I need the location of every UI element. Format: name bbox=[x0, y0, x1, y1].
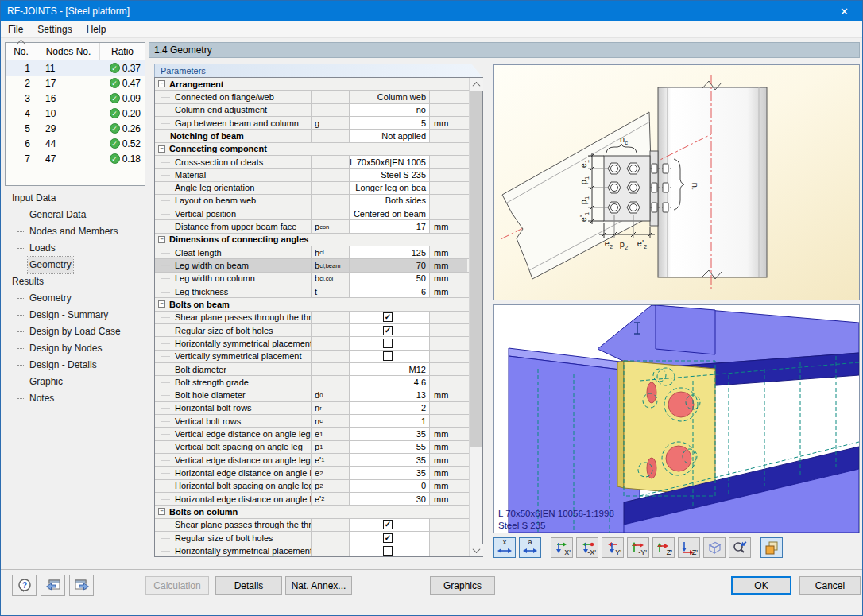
parameter-row[interactable]: Angle leg orientationLonger leg on bea bbox=[155, 182, 469, 195]
parameter-row[interactable]: Vertical bolt spacing on angle legp155mm bbox=[155, 441, 469, 454]
view-x-prime-button[interactable]: X' bbox=[551, 537, 573, 558]
nav-item-general-data[interactable]: General Data bbox=[5, 207, 145, 223]
nav-group-results[interactable]: Results bbox=[5, 273, 145, 290]
joint-row[interactable]: 316✓0.09 bbox=[6, 91, 145, 106]
parameter-value-cell[interactable]: Longer leg on bea bbox=[350, 182, 430, 194]
parameter-value-cell[interactable]: 4.6 bbox=[350, 376, 430, 388]
zoom-view-button[interactable] bbox=[729, 537, 751, 558]
parameter-value-cell[interactable]: Both sides bbox=[350, 195, 430, 207]
parameter-value-cell[interactable]: 30 bbox=[350, 493, 430, 505]
nav-item-geometry[interactable]: Geometry bbox=[5, 290, 145, 307]
nav-item-design-by-load-case[interactable]: Design by Load Case bbox=[5, 323, 145, 340]
collapse-icon[interactable]: − bbox=[158, 145, 165, 153]
parameter-row[interactable]: Horizontal edge distance on angle lee'23… bbox=[155, 493, 469, 506]
menu-item-settings[interactable]: Settings bbox=[30, 22, 79, 37]
parameter-section-row[interactable]: −Dimensions of connecting angles bbox=[155, 234, 469, 246]
joint-row[interactable]: 529✓0.26 bbox=[6, 121, 145, 136]
previous-table-button[interactable] bbox=[41, 575, 65, 596]
parameter-row[interactable]: MaterialSteel S 235 bbox=[155, 169, 469, 181]
parameter-row[interactable]: Horizontally symmetrical placement bbox=[155, 544, 469, 556]
nav-item-geometry[interactable]: Geometry bbox=[5, 257, 145, 273]
parameter-value-cell[interactable]: Steel S 235 bbox=[350, 169, 430, 180]
parameter-value-cell[interactable]: ✓ bbox=[350, 519, 430, 531]
nav-item-notes[interactable]: Notes bbox=[5, 390, 145, 407]
parameter-row[interactable]: Cross-section of cleatsL 70x50x6|EN 1005 bbox=[155, 156, 469, 169]
parameter-value-cell[interactable]: 2 bbox=[350, 402, 430, 414]
parameter-row[interactable]: Shear plane passes through the thre✓ bbox=[155, 312, 469, 324]
parameter-section-row[interactable]: −Bolts on column bbox=[155, 506, 469, 518]
layers-button[interactable] bbox=[760, 537, 783, 558]
parameter-row[interactable]: Cleat lengthhcl125mm bbox=[155, 246, 469, 259]
menu-item-help[interactable]: Help bbox=[79, 22, 114, 37]
parameter-value-cell[interactable]: 55 bbox=[350, 441, 430, 453]
parameter-value-cell[interactable]: 5 bbox=[350, 117, 430, 129]
parameter-row[interactable]: Notching of beamNot applied bbox=[155, 130, 469, 142]
unchecked-checkbox[interactable] bbox=[383, 339, 393, 348]
nav-item-graphic[interactable]: Graphic bbox=[5, 374, 145, 390]
parameter-value-cell[interactable]: ✓ bbox=[350, 532, 430, 544]
view-minus-x-prime-button[interactable]: -X' bbox=[576, 537, 598, 558]
parameter-value-cell[interactable]: 35 bbox=[350, 467, 430, 478]
parameter-row[interactable]: Vertical positionCentered on beam bbox=[155, 207, 469, 220]
parameter-value-cell[interactable]: 35 bbox=[350, 454, 430, 466]
isometric-view-button[interactable] bbox=[703, 537, 726, 558]
parameter-row[interactable]: Horizontally symmetrical placement bbox=[155, 337, 469, 350]
parameter-value-cell[interactable]: 0 bbox=[350, 480, 430, 492]
parameter-section-row[interactable]: −Connecting component bbox=[155, 143, 469, 156]
parameter-value-cell[interactable]: 50 bbox=[350, 273, 430, 285]
parameter-row[interactable]: Connected on flange/webColumn web bbox=[155, 91, 469, 103]
checked-checkbox[interactable]: ✓ bbox=[383, 520, 393, 529]
joint-row[interactable]: 747✓0.18 bbox=[6, 151, 145, 166]
parameter-row[interactable]: Vertical edge distance on angle lege135m… bbox=[155, 428, 469, 440]
collapse-icon[interactable]: − bbox=[158, 80, 165, 87]
joint-row[interactable]: 410✓0.20 bbox=[6, 106, 145, 121]
parameter-section-row[interactable]: −Bolts on beam bbox=[155, 298, 469, 311]
menu-item-file[interactable]: File bbox=[1, 22, 30, 37]
parameter-value-cell[interactable]: 6 bbox=[350, 285, 430, 297]
parameter-row[interactable]: Horizontal bolt rowsnr2 bbox=[155, 402, 469, 415]
parameter-row[interactable]: Bolt diameterM12 bbox=[155, 363, 469, 376]
checked-checkbox[interactable]: ✓ bbox=[383, 326, 393, 335]
parameter-row[interactable]: Shear plane passes through the thre✓ bbox=[155, 519, 469, 532]
parameter-value-cell[interactable]: no bbox=[350, 104, 430, 116]
parameter-value-cell[interactable]: ✓ bbox=[350, 312, 430, 323]
view-z-prime-button[interactable]: Z' bbox=[652, 537, 675, 558]
cancel-button[interactable]: Cancel bbox=[799, 576, 861, 595]
collapse-icon[interactable]: − bbox=[158, 236, 165, 243]
help-button[interactable]: ? bbox=[12, 575, 37, 596]
parameter-value-cell[interactable]: 70 bbox=[350, 259, 430, 271]
parameter-row[interactable]: Distance from upper beam facepcon17mm bbox=[155, 220, 469, 233]
column-header-nodes[interactable]: Nodes No. bbox=[37, 43, 100, 60]
column-header-ratio[interactable]: Ratio bbox=[100, 43, 145, 60]
scroll-up-button[interactable] bbox=[470, 78, 483, 91]
parameter-value-cell[interactable]: ✓ bbox=[350, 324, 430, 336]
view-y-prime-button[interactable]: Y' bbox=[602, 537, 624, 558]
graphics-button[interactable]: Graphics bbox=[430, 576, 495, 595]
parameter-value-cell[interactable]: Column web bbox=[350, 91, 430, 103]
parameter-value-cell[interactable]: 1 bbox=[350, 415, 430, 427]
parameter-value-cell[interactable]: 17 bbox=[350, 220, 430, 232]
nat-annex-button[interactable]: Nat. Annex... bbox=[285, 576, 352, 595]
scrollbar[interactable] bbox=[469, 78, 482, 556]
scrollbar-thumb[interactable] bbox=[470, 91, 482, 447]
parameter-value-cell[interactable]: Centered on beam bbox=[350, 207, 430, 219]
joint-row[interactable]: 644✓0.52 bbox=[6, 136, 145, 151]
nav-item-nodes-and-members[interactable]: Nodes and Members bbox=[5, 223, 145, 240]
parameter-row[interactable]: Bolt hole diameterd013mm bbox=[155, 389, 469, 402]
nav-item-design-summary[interactable]: Design - Summary bbox=[5, 307, 145, 323]
parameter-row[interactable]: Layout on beam webBoth sides bbox=[155, 195, 469, 207]
next-table-button[interactable] bbox=[69, 575, 94, 596]
parameter-value-cell[interactable]: L 70x50x6|EN 1005 bbox=[350, 156, 430, 168]
collapse-icon[interactable]: − bbox=[158, 508, 165, 515]
scroll-down-button[interactable] bbox=[470, 544, 483, 556]
close-button[interactable]: ✕ bbox=[826, 1, 862, 21]
parameter-row[interactable]: Horizontal bolt spacing on angle legp20m… bbox=[155, 480, 469, 493]
ok-button[interactable]: OK bbox=[731, 576, 791, 595]
parameter-value-cell[interactable]: Not applied bbox=[350, 130, 430, 141]
unchecked-checkbox[interactable] bbox=[383, 546, 393, 556]
parameter-row[interactable]: Leg width on beambcl,beam70mm bbox=[155, 259, 469, 272]
dimension-a-button[interactable]: a bbox=[519, 537, 541, 558]
details-button[interactable]: Details bbox=[215, 576, 282, 595]
parameter-value-cell[interactable]: M12 bbox=[350, 363, 430, 375]
parameter-row[interactable]: Leg thicknesst6mm bbox=[155, 285, 469, 298]
